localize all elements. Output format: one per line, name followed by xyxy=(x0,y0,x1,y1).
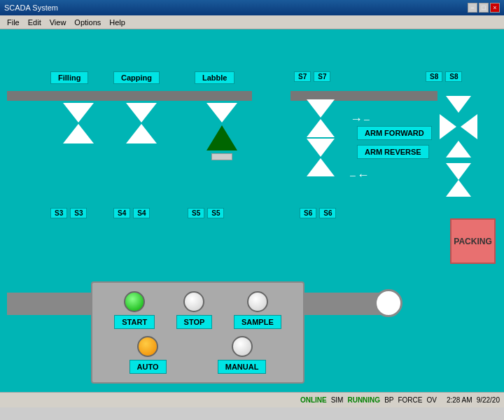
labble-s5-right: S5 xyxy=(207,208,224,218)
filling-s3-right: S3 xyxy=(70,208,87,218)
stop-light xyxy=(183,291,204,312)
gripper-lower-up xyxy=(446,180,471,197)
capping-arrow-down xyxy=(126,103,157,122)
filling-s3-left: S3 xyxy=(50,208,67,218)
cp-row-2: AUTO MANUAL xyxy=(104,336,292,374)
filling-arrow-up xyxy=(63,124,94,144)
title-bar: SCADA System − □ × xyxy=(0,0,504,15)
status-online: ONLINE xyxy=(300,396,327,404)
s7-left: S7 xyxy=(294,71,311,82)
gripper-arrow-left xyxy=(461,114,477,139)
menu-edit[interactable]: Edit xyxy=(24,18,46,27)
sample-indicator: SAMPLE xyxy=(234,291,281,329)
arm-reverse-button[interactable]: ARM REVERSE xyxy=(357,145,429,159)
gripper-mid-row xyxy=(440,114,477,139)
taskbar-date: 9/22/20 xyxy=(477,396,500,404)
arm-reverse-row: ─ ← xyxy=(350,168,370,183)
menu-help[interactable]: Help xyxy=(105,18,130,27)
capping-s4-left: S4 xyxy=(113,208,130,218)
status-force: FORCE xyxy=(398,396,422,404)
manual-indicator: MANUAL xyxy=(218,336,267,374)
packing-button[interactable]: PACKING xyxy=(450,218,496,264)
filling-label: Filling xyxy=(50,71,88,84)
right-arrow-down-bottom xyxy=(307,139,335,157)
arrow-left-icon: ← xyxy=(357,168,370,183)
capping-s4-right: S4 xyxy=(133,208,150,218)
auto-button[interactable]: AUTO xyxy=(130,360,167,374)
right-arrow-down-top xyxy=(307,99,335,118)
taskbar-time: 2:28 AM xyxy=(447,396,472,404)
menu-file[interactable]: File xyxy=(3,18,24,27)
menu-view[interactable]: View xyxy=(46,18,71,27)
manual-light xyxy=(232,336,253,357)
control-panel: START STOP SAMPLE AUTO MANUAL xyxy=(91,281,304,384)
gripper-top-down xyxy=(446,96,471,113)
capping-arrow-up xyxy=(126,124,157,144)
sample-button[interactable]: SAMPLE xyxy=(234,315,281,329)
conveyor-wheel xyxy=(374,289,402,317)
close-button[interactable]: × xyxy=(490,3,500,13)
status-running: RUNNING xyxy=(347,396,380,404)
auto-light xyxy=(137,336,158,357)
capping-s-row: S4 S4 xyxy=(113,208,150,218)
capping-label: Capping xyxy=(113,71,160,84)
labble-arrow-up-green xyxy=(206,125,237,150)
labble-platform xyxy=(211,153,232,160)
filling-arrow-down xyxy=(63,103,94,122)
menu-bar: File Edit View Options Help xyxy=(0,15,504,29)
top-rail-left xyxy=(7,91,252,101)
main-area: Filling S3 S3 Capping S4 S4 Labble S5 S5… xyxy=(0,29,504,392)
arm-forward-row: → ─ xyxy=(350,112,370,127)
s7-right: S7 xyxy=(314,71,330,82)
gripper-arrows xyxy=(440,96,477,197)
arm-forward-btn-container: ARM FORWARD xyxy=(357,126,432,140)
maximize-button[interactable]: □ xyxy=(479,3,489,13)
minimize-button[interactable]: − xyxy=(468,3,477,13)
labble-arrow-down-white xyxy=(206,103,237,122)
sample-light xyxy=(247,291,268,312)
labble-station xyxy=(206,103,237,160)
auto-indicator: AUTO xyxy=(130,336,167,374)
s6-right: S6 xyxy=(319,208,336,218)
status-ov: OV xyxy=(426,396,436,404)
title-bar-controls: − □ × xyxy=(468,3,500,13)
filling-s-row: S3 S3 xyxy=(50,208,87,218)
right-arrow-up-top xyxy=(307,119,335,137)
taskbar: ONLINE SIM RUNNING BP FORCE OV 2:28 AM 9… xyxy=(0,392,504,407)
filling-station xyxy=(63,103,94,144)
s8-left: S8 xyxy=(426,71,442,82)
stop-indicator: STOP xyxy=(176,291,213,329)
arm-forward-button[interactable]: ARM FORWARD xyxy=(357,126,432,140)
capping-station xyxy=(126,103,157,144)
gripper-lower-down xyxy=(446,163,471,180)
labble-label: Labble xyxy=(195,71,234,84)
status-sim: SIM xyxy=(331,396,344,404)
start-indicator: START xyxy=(114,291,155,329)
station-labble-label-bg: Labble xyxy=(195,71,234,84)
start-button[interactable]: START xyxy=(114,315,155,329)
title-bar-text: SCADA System xyxy=(4,4,58,12)
s6-left: S6 xyxy=(300,208,316,218)
s6-row: S6 S6 xyxy=(300,208,336,218)
s8-row: S8 S8 xyxy=(426,71,462,82)
manual-button[interactable]: MANUAL xyxy=(218,360,267,374)
right-arrow-up-bottom xyxy=(307,158,335,176)
station-capping-label-bg: Capping xyxy=(113,71,160,84)
stop-button[interactable]: STOP xyxy=(176,315,213,329)
labble-s-row: S5 S5 xyxy=(188,208,224,218)
arrow-right-icon: → xyxy=(350,112,363,127)
labble-s5-left: S5 xyxy=(188,208,204,218)
gripper-arrow-right xyxy=(440,114,456,139)
right-station-arrows xyxy=(307,99,335,176)
gripper-bottom-up xyxy=(446,141,471,158)
station-filling-label-bg: Filling xyxy=(50,71,88,84)
start-light xyxy=(124,291,145,312)
status-bp: BP xyxy=(384,396,393,404)
cp-row-1: START STOP SAMPLE xyxy=(104,291,292,329)
s7-row: S7 S7 xyxy=(294,71,330,82)
menu-options[interactable]: Options xyxy=(70,18,105,27)
s8-right: S8 xyxy=(445,71,462,82)
arm-reverse-btn-container: ARM REVERSE xyxy=(357,145,429,159)
